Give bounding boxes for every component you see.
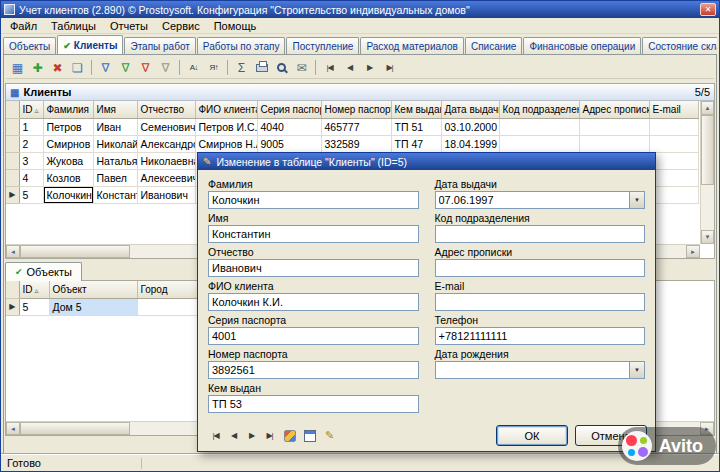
- tab-warehouse-state[interactable]: Состояние склада: [642, 37, 717, 55]
- cell-issue-date[interactable]: 03.10.2000: [441, 118, 499, 135]
- filter-button[interactable]: ∇: [96, 58, 115, 77]
- cell-passport-number[interactable]: 332589: [321, 135, 391, 152]
- ok-button[interactable]: ОК: [496, 425, 568, 446]
- column-header-Объект[interactable]: Объект: [49, 281, 137, 298]
- column-header-Адрес прописки[interactable]: Адрес прописки: [579, 101, 649, 118]
- palette-button[interactable]: [282, 428, 297, 443]
- cell-id[interactable]: 3: [19, 152, 43, 169]
- next-record-button[interactable]: ▶: [360, 58, 379, 77]
- sum-button[interactable]: Σ: [232, 58, 251, 77]
- cell-address[interactable]: [579, 135, 649, 152]
- column-header-ФИО клиента[interactable]: ФИО клиента: [195, 101, 257, 118]
- cell-last-name[interactable]: Колочкин: [43, 186, 93, 203]
- filter-clear-button[interactable]: ∇: [156, 58, 175, 77]
- cell-division-code[interactable]: [499, 118, 579, 135]
- menu-service[interactable]: Сервис: [155, 19, 207, 33]
- next-record-button[interactable]: ▶: [244, 428, 259, 443]
- column-header-Имя[interactable]: Имя: [93, 101, 137, 118]
- row-selector-header[interactable]: [6, 101, 19, 118]
- cell-last-name[interactable]: Смирнов: [43, 135, 93, 152]
- tab-clients[interactable]: ✔Клиенты: [57, 35, 123, 55]
- table-row[interactable]: ▶5Дом 5: [6, 298, 199, 315]
- tab-receipt[interactable]: Поступление: [286, 37, 359, 55]
- prev-record-button[interactable]: ◀: [226, 428, 241, 443]
- first-name-input[interactable]: [208, 225, 419, 243]
- clients-vertical-scrollbar[interactable]: ▲ ▼: [700, 101, 714, 244]
- prev-record-button[interactable]: ◀: [340, 58, 359, 77]
- cell-city[interactable]: [137, 298, 199, 315]
- menu-tables[interactable]: Таблицы: [44, 19, 103, 33]
- cell-middle-name[interactable]: Иванович: [137, 186, 195, 203]
- cell-id[interactable]: 5: [19, 186, 43, 203]
- cell-object[interactable]: Дом 5: [49, 298, 137, 315]
- cell-issue-date[interactable]: 18.04.1999: [441, 135, 499, 152]
- cell-first-name[interactable]: Николай: [93, 135, 137, 152]
- issue-date-input[interactable]: [435, 191, 646, 209]
- table-button[interactable]: ▦: [8, 58, 27, 77]
- tab-financial-operations[interactable]: Финансовые операции: [523, 37, 641, 55]
- first-record-button[interactable]: |◀: [208, 428, 223, 443]
- tab-work-stages[interactable]: Этапы работ: [124, 37, 195, 55]
- cell-first-name[interactable]: Наталья: [93, 152, 137, 169]
- search-button[interactable]: [272, 58, 291, 77]
- cell-email[interactable]: [649, 186, 698, 203]
- column-header-Фамилия[interactable]: Фамилия: [43, 101, 93, 118]
- menu-reports[interactable]: Отчеты: [103, 19, 155, 33]
- cell-id[interactable]: 4: [19, 169, 43, 186]
- column-header-Код подразделения[interactable]: Код подразделения: [499, 101, 579, 118]
- middle-name-input[interactable]: [208, 259, 419, 277]
- mail-button[interactable]: ✉: [292, 58, 311, 77]
- title-bar[interactable]: Учет клиентов (2.890) © Prostoysoft. Кон…: [1, 1, 719, 18]
- cell-issued-by[interactable]: ТП 47: [391, 135, 441, 152]
- birth-date-input[interactable]: [435, 361, 646, 379]
- cell-first-name[interactable]: Иван: [93, 118, 137, 135]
- column-header-Номер паспорта[interactable]: Номер паспорта: [321, 101, 391, 118]
- row-selector[interactable]: [6, 169, 19, 186]
- column-header-Серия паспорта[interactable]: Серия паспорта: [257, 101, 321, 118]
- last-name-input[interactable]: [208, 191, 419, 209]
- cell-full-name[interactable]: Петров И.С.: [195, 118, 257, 135]
- column-header-ID[interactable]: ID▵: [19, 101, 43, 118]
- cell-first-name[interactable]: Константин: [93, 186, 137, 203]
- menu-file[interactable]: Файл: [3, 19, 44, 33]
- first-record-button[interactable]: |◀: [320, 58, 339, 77]
- email-input[interactable]: [435, 293, 646, 311]
- cell-email[interactable]: [649, 152, 698, 169]
- column-header-E-mail[interactable]: E-mail: [649, 101, 698, 118]
- cell-middle-name[interactable]: Александров: [137, 135, 195, 152]
- cell-middle-name[interactable]: Алексеевич: [137, 169, 195, 186]
- scroll-thumb[interactable]: [20, 422, 130, 435]
- row-selector[interactable]: [6, 152, 19, 169]
- close-button[interactable]: ✕: [700, 3, 716, 16]
- full-name-input[interactable]: [208, 293, 419, 311]
- column-header-Город[interactable]: Город: [137, 281, 199, 298]
- cell-email[interactable]: [649, 169, 698, 186]
- scroll-right-button[interactable]: ►: [686, 245, 700, 258]
- cell-address[interactable]: [579, 118, 649, 135]
- objects-subtab[interactable]: ✔ Объекты: [5, 262, 82, 281]
- last-record-button[interactable]: ▶|: [262, 428, 277, 443]
- column-header-Кем выдан[interactable]: Кем выдан: [391, 101, 441, 118]
- passport-series-input[interactable]: [208, 327, 419, 345]
- dialog-title-bar[interactable]: ✎ Изменение в таблице "Клиенты" (ID=5): [198, 153, 655, 170]
- cell-id[interactable]: 2: [19, 135, 43, 152]
- registration-address-input[interactable]: [435, 259, 646, 277]
- cell-last-name[interactable]: Козлов: [43, 169, 93, 186]
- row-selector[interactable]: ▶: [6, 186, 19, 203]
- issue-date-dropdown-button[interactable]: ▼: [629, 192, 644, 208]
- cell-passport-series[interactable]: 9005: [257, 135, 321, 152]
- birth-date-dropdown-button[interactable]: ▼: [629, 362, 644, 378]
- scroll-left-button[interactable]: ◄: [6, 422, 20, 435]
- table-row[interactable]: 1ПетровИванСеменовичПетров И.С.404046577…: [6, 118, 698, 135]
- cell-issued-by[interactable]: ТП 51: [391, 118, 441, 135]
- cell-email[interactable]: [649, 118, 698, 135]
- tab-works-by-stage[interactable]: Работы по этапу: [197, 37, 286, 55]
- print-button[interactable]: [252, 58, 271, 77]
- column-header-Дата выдачи[interactable]: Дата выдачи: [441, 101, 499, 118]
- filter-exclude-button[interactable]: ∇: [136, 58, 155, 77]
- sort-desc-button[interactable]: Я↑: [204, 58, 223, 77]
- tab-write-off[interactable]: Списание: [465, 37, 522, 55]
- cell-middle-name[interactable]: Семенович: [137, 118, 195, 135]
- division-code-input[interactable]: [435, 225, 646, 243]
- scroll-thumb[interactable]: [20, 245, 130, 258]
